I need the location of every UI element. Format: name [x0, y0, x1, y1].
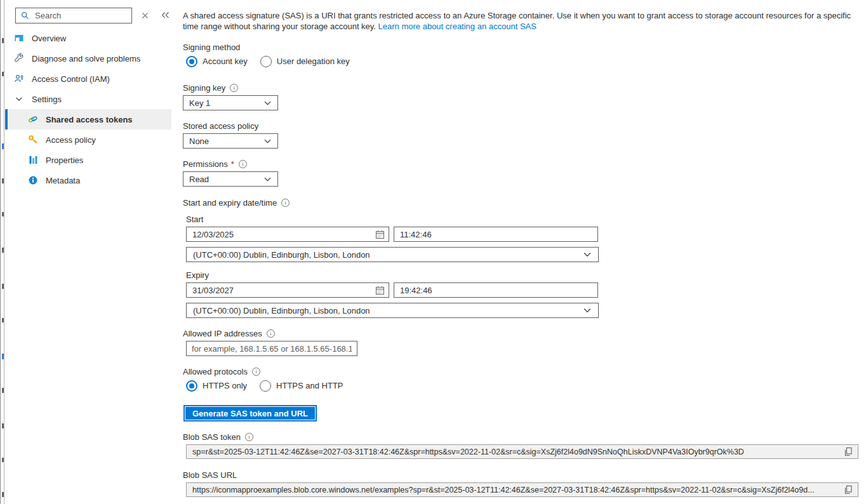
- collapse-menu-icon[interactable]: [158, 8, 172, 22]
- radio-https-only-label[interactable]: HTTPS only: [203, 381, 247, 390]
- signing-method-label: Signing method: [183, 43, 240, 52]
- info-icon[interactable]: [267, 329, 275, 338]
- start-timezone-dropdown[interactable]: (UTC+00:00) Dublin, Edinburgh, Lisbon, L…: [186, 247, 599, 262]
- nav-list: Overview Diagnose and solve problems Acc…: [5, 28, 183, 190]
- expiry-label: Expiry: [186, 270, 209, 280]
- radio-https-and-http-label[interactable]: HTTPS and HTTP: [276, 381, 343, 390]
- blob-sas-url-field: https://iconmapproexamples.blob.core.win…: [186, 482, 858, 497]
- sidebar-item-properties[interactable]: Properties: [5, 150, 171, 170]
- edge-text-fragment: [2, 143, 4, 149]
- sidebar-item-overview[interactable]: Overview: [5, 28, 171, 48]
- edge-text-fragment: [2, 458, 4, 462]
- edge-text-fragment: [2, 423, 4, 428]
- signing-key-label: Signing key: [183, 83, 225, 93]
- edge-text-fragment: [2, 178, 4, 183]
- blob-sas-token-label: Blob SAS token: [183, 432, 241, 442]
- chevron-down-icon: [263, 175, 272, 183]
- learn-more-link[interactable]: Learn more about creating an account SAS: [378, 22, 536, 31]
- edge-text-fragment: [2, 318, 4, 322]
- stored-access-policy-label: Stored access policy: [183, 121, 258, 131]
- permissions-value: Read: [189, 175, 209, 184]
- permissions-label: Permissions: [183, 159, 228, 169]
- allowed-ip-label: Allowed IP addresses: [183, 329, 262, 338]
- sidebar-item-label: Metadata: [46, 176, 80, 185]
- edge-text-fragment: [2, 248, 4, 253]
- overview-icon: [14, 33, 24, 43]
- chevron-down-icon: [263, 99, 272, 107]
- radio-account-key[interactable]: [186, 56, 197, 67]
- stored-access-policy-dropdown[interactable]: None: [183, 133, 278, 149]
- iam-person-key-icon: [14, 74, 24, 84]
- edge-text-fragment: [2, 38, 4, 43]
- signing-method-radios: Account key User delegation key: [186, 55, 863, 67]
- search-icon: [20, 10, 30, 20]
- chevron-down-icon: [583, 306, 592, 315]
- signing-key-value: Key 1: [189, 98, 210, 108]
- expiry-timezone-value: (UTC+00:00) Dublin, Edinburgh, Lisbon, L…: [193, 306, 370, 315]
- expiry-date-input[interactable]: [187, 285, 371, 296]
- edge-text-fragment: [2, 354, 4, 359]
- radio-account-key-label[interactable]: Account key: [203, 56, 248, 66]
- signing-key-dropdown[interactable]: Key 1: [183, 95, 278, 110]
- permissions-dropdown[interactable]: Read: [183, 171, 278, 187]
- info-circle-icon: [28, 175, 38, 185]
- expiry-time-field[interactable]: [394, 282, 598, 298]
- radio-user-delegation-key[interactable]: [260, 56, 272, 67]
- sidebar-item-metadata[interactable]: Metadata: [5, 170, 171, 190]
- chevron-down-icon: [263, 137, 272, 145]
- expiry-timezone-dropdown[interactable]: (UTC+00:00) Dublin, Edinburgh, Lisbon, L…: [186, 303, 599, 318]
- sidebar-item-label: Access policy: [46, 135, 96, 145]
- edge-text-fragment: [2, 492, 4, 497]
- resource-menu: Overview Diagnose and solve problems Acc…: [5, 0, 183, 504]
- clear-search-icon[interactable]: [138, 8, 152, 22]
- generate-sas-button[interactable]: Generate SAS token and URL: [183, 405, 317, 421]
- info-icon[interactable]: [245, 433, 253, 441]
- info-icon[interactable]: [239, 160, 247, 168]
- sidebar-item-shared-access-tokens[interactable]: Shared access tokens: [5, 109, 171, 129]
- blob-sas-token-value: sp=r&st=2025-03-12T11:42:46Z&se=2027-03-…: [192, 448, 838, 456]
- sidebar-item-label: Overview: [32, 34, 66, 43]
- calendar-icon[interactable]: [371, 283, 389, 297]
- sidebar-item-diagnose[interactable]: Diagnose and solve problems: [5, 48, 171, 69]
- search-box[interactable]: [15, 8, 132, 23]
- start-date-input[interactable]: [187, 229, 371, 240]
- sidebar-item-access-policy[interactable]: Access policy: [5, 129, 171, 150]
- chevron-down-icon: [583, 250, 592, 259]
- left-panel-edge: [0, 0, 4, 504]
- start-expiry-label: Start and expiry date/time: [183, 198, 277, 208]
- expiry-time-input[interactable]: [394, 285, 597, 296]
- start-timezone-value: (UTC+00:00) Dublin, Edinburgh, Lisbon, L…: [193, 250, 370, 260]
- allowed-ip-input[interactable]: [186, 341, 357, 356]
- gold-key-icon: [28, 135, 38, 145]
- info-icon[interactable]: [281, 199, 290, 207]
- sas-form: A shared access signature (SAS) is a URI…: [183, 0, 863, 497]
- sidebar-group-settings[interactable]: Settings: [5, 89, 171, 109]
- required-asterisk: *: [231, 159, 234, 169]
- blob-sas-url-value: https://iconmapproexamples.blob.core.win…: [192, 486, 838, 494]
- allowed-protocols-label: Allowed protocols: [183, 367, 248, 376]
- description: A shared access signature (SAS) is a URI…: [183, 10, 858, 32]
- expiry-date-field[interactable]: [186, 282, 389, 298]
- sidebar-item-label: Settings: [32, 95, 62, 104]
- start-time-input[interactable]: [394, 229, 597, 240]
- copy-icon[interactable]: [843, 445, 853, 458]
- copy-icon[interactable]: [843, 483, 853, 496]
- radio-user-delegation-key-label[interactable]: User delegation key: [277, 56, 350, 66]
- info-icon[interactable]: [230, 84, 238, 92]
- radio-https-only[interactable]: [186, 380, 197, 392]
- expiry-datetime-row: [186, 282, 863, 298]
- chain-link-icon: [28, 114, 38, 124]
- sidebar-item-label: Access Control (IAM): [32, 74, 110, 84]
- wrench-icon: [14, 53, 24, 63]
- start-time-field[interactable]: [394, 227, 598, 242]
- edge-text-fragment: [2, 388, 4, 393]
- sidebar-item-access-control-iam[interactable]: Access Control (IAM): [5, 69, 171, 89]
- search-input[interactable]: [34, 10, 128, 21]
- info-icon[interactable]: [252, 368, 260, 376]
- sidebar-item-label: Shared access tokens: [46, 115, 133, 124]
- start-label: Start: [186, 215, 203, 224]
- start-date-field[interactable]: [186, 227, 389, 242]
- radio-https-and-http[interactable]: [260, 380, 271, 392]
- calendar-icon[interactable]: [371, 227, 389, 241]
- start-datetime-row: [186, 227, 863, 242]
